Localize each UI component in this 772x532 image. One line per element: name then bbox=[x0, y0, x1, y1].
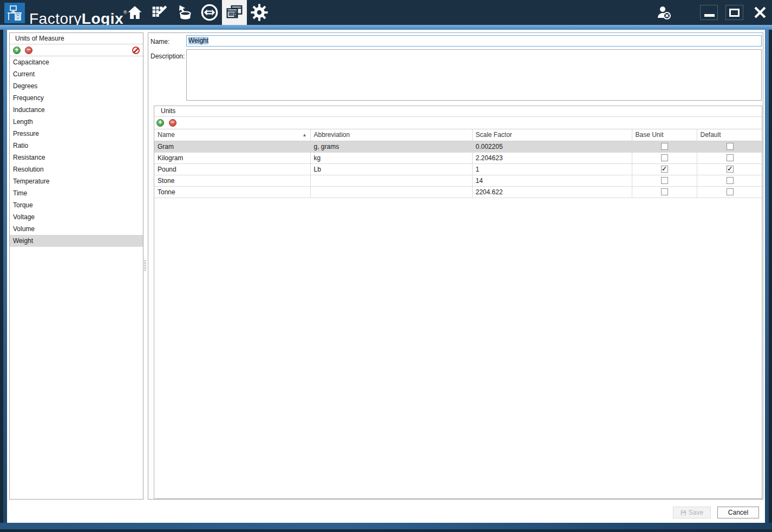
unit-name-cell[interactable]: Pound bbox=[154, 163, 310, 175]
nav-data-button[interactable] bbox=[172, 0, 197, 25]
unit-scale-factor-cell[interactable]: 14 bbox=[472, 175, 632, 186]
sidebar-item-resistance[interactable]: Resistance bbox=[10, 152, 143, 163]
base-unit-checkbox[interactable] bbox=[661, 166, 668, 173]
sidebar-item-temperature[interactable]: Temperature bbox=[10, 175, 143, 187]
minimize-button[interactable] bbox=[700, 5, 718, 20]
sidebar-item-volume[interactable]: Volume bbox=[10, 223, 143, 235]
base-unit-checkbox[interactable] bbox=[661, 188, 668, 195]
unit-abbreviation-cell[interactable] bbox=[310, 186, 472, 198]
description-label: Description: bbox=[151, 52, 185, 60]
factorylogix-logo-icon bbox=[4, 3, 25, 23]
unit-name-cell[interactable]: Stone bbox=[154, 175, 310, 186]
measure-detail-panel: Name: Weight Description: Units Name▲ Ab… bbox=[148, 32, 763, 500]
name-label: Name: bbox=[151, 38, 169, 45]
sidebar-item-ratio[interactable]: Ratio bbox=[10, 140, 143, 152]
window-frame-right bbox=[765, 30, 769, 523]
column-header-base-unit[interactable]: Base Unit bbox=[632, 129, 697, 141]
sidebar-item-inductance[interactable]: Inductance bbox=[10, 104, 143, 116]
units-table: Name▲ Abbreviation Scale Factor Base Uni… bbox=[154, 129, 763, 198]
description-input[interactable] bbox=[186, 49, 762, 101]
remove-unit-button[interactable] bbox=[169, 119, 176, 127]
sidebar-item-length[interactable]: Length bbox=[10, 116, 143, 128]
nav-settings-button[interactable] bbox=[247, 0, 272, 25]
unit-abbreviation-cell[interactable]: kg bbox=[310, 152, 472, 163]
sidebar-item-degrees[interactable]: Degrees bbox=[10, 80, 143, 92]
unit-scale-factor-cell[interactable]: 2204.622 bbox=[472, 186, 632, 198]
maximize-button[interactable] bbox=[725, 5, 743, 20]
logout-button[interactable] bbox=[655, 4, 673, 21]
remove-measure-button[interactable] bbox=[25, 47, 32, 54]
sidebar-item-current[interactable]: Current bbox=[10, 68, 143, 80]
units-toolbar bbox=[154, 117, 762, 129]
unit-row-pound[interactable]: Pound Lb 1 bbox=[154, 163, 763, 175]
unit-row-stone[interactable]: Stone 14 bbox=[154, 175, 763, 186]
name-input[interactable]: Weight bbox=[186, 35, 762, 47]
main-nav bbox=[122, 0, 272, 25]
units-header-row: Name▲ Abbreviation Scale Factor Base Uni… bbox=[154, 129, 763, 141]
grid-pencil-icon bbox=[151, 4, 168, 21]
unit-scale-factor-cell[interactable]: 1 bbox=[472, 163, 632, 175]
sidebar-title: Units of Measure bbox=[10, 33, 143, 44]
unit-row-kilogram[interactable]: Kilogram kg 2.204623 bbox=[154, 152, 763, 163]
maximize-icon bbox=[729, 9, 740, 17]
save-button[interactable]: Save bbox=[673, 507, 711, 518]
units-of-measure-panel: Units of Measure Capacitance Current Deg… bbox=[9, 32, 143, 500]
database-import-icon bbox=[176, 4, 193, 21]
unit-abbreviation-cell[interactable]: Lb bbox=[310, 163, 472, 175]
save-icon bbox=[681, 510, 686, 516]
unit-scale-factor-cell[interactable]: 2.204623 bbox=[472, 152, 632, 163]
add-measure-button[interactable] bbox=[13, 47, 21, 54]
sidebar-item-voltage[interactable]: Voltage bbox=[10, 211, 143, 223]
measure-list: Capacitance Current Degrees Frequency In… bbox=[10, 56, 143, 247]
unit-abbreviation-cell[interactable] bbox=[310, 175, 472, 186]
unit-row-tonne[interactable]: Tonne 2204.622 bbox=[154, 186, 763, 198]
units-group-title: Units bbox=[154, 106, 762, 117]
unit-scale-factor-cell[interactable]: 0.002205 bbox=[472, 141, 632, 152]
close-icon bbox=[753, 5, 767, 19]
default-checkbox[interactable] bbox=[727, 154, 734, 161]
unit-abbreviation-cell[interactable]: g, grams bbox=[310, 141, 472, 152]
unit-name-cell[interactable]: Kilogram bbox=[154, 152, 310, 163]
add-unit-button[interactable] bbox=[156, 119, 164, 127]
default-checkbox[interactable] bbox=[727, 177, 734, 184]
column-header-abbreviation[interactable]: Abbreviation bbox=[310, 129, 472, 141]
gear-icon bbox=[250, 3, 269, 22]
nav-home-button[interactable] bbox=[122, 0, 147, 25]
base-unit-checkbox[interactable] bbox=[661, 143, 668, 150]
default-checkbox[interactable] bbox=[727, 166, 734, 173]
column-header-name[interactable]: Name▲ bbox=[154, 129, 310, 141]
column-header-scale-factor[interactable]: Scale Factor bbox=[472, 129, 632, 141]
sidebar-item-weight[interactable]: Weight bbox=[10, 235, 143, 247]
sync-icon bbox=[200, 3, 219, 22]
units-group: Units Name▲ Abbreviation Scale Factor Ba… bbox=[154, 106, 762, 499]
sidebar-toolbar bbox=[10, 44, 143, 56]
window-controls bbox=[647, 0, 769, 25]
unit-name-cell[interactable]: Tonne bbox=[154, 186, 310, 198]
panel-splitter[interactable] bbox=[144, 260, 146, 272]
default-checkbox[interactable] bbox=[727, 143, 734, 150]
close-button[interactable] bbox=[751, 5, 769, 20]
home-icon bbox=[126, 4, 143, 21]
base-unit-checkbox[interactable] bbox=[661, 177, 668, 184]
window-frame-left bbox=[3, 30, 7, 523]
sort-ascending-icon: ▲ bbox=[303, 133, 307, 137]
sidebar-item-time[interactable]: Time bbox=[10, 187, 143, 199]
unit-row-gram[interactable]: Gram g, grams 0.002205 bbox=[154, 141, 763, 152]
minimize-icon bbox=[704, 14, 715, 17]
column-header-default[interactable]: Default bbox=[697, 129, 763, 141]
sidebar-item-frequency[interactable]: Frequency bbox=[10, 92, 143, 104]
cancel-button[interactable]: Cancel bbox=[717, 507, 759, 518]
sidebar-item-resolution[interactable]: Resolution bbox=[10, 163, 143, 175]
unit-name-cell[interactable]: Gram bbox=[154, 141, 310, 152]
titlebar: FactoryLogix® bbox=[0, 0, 772, 25]
default-checkbox[interactable] bbox=[727, 188, 734, 195]
sidebar-item-pressure[interactable]: Pressure bbox=[10, 128, 143, 140]
sidebar-item-torque[interactable]: Torque bbox=[10, 199, 143, 211]
nav-sync-button[interactable] bbox=[197, 0, 222, 25]
nav-editor-button[interactable] bbox=[147, 0, 172, 25]
no-edit-icon[interactable] bbox=[132, 47, 140, 54]
app-title: FactoryLogix® bbox=[29, 4, 127, 21]
nav-configuration-button[interactable] bbox=[222, 0, 247, 25]
base-unit-checkbox[interactable] bbox=[661, 154, 668, 161]
sidebar-item-capacitance[interactable]: Capacitance bbox=[10, 56, 143, 68]
